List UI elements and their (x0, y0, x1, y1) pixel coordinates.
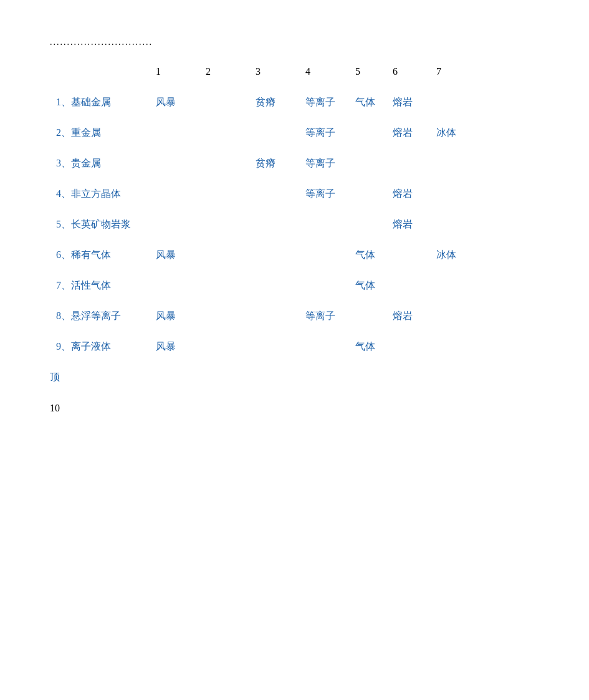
table-row: 7、活性气体 气体 (50, 279, 539, 292)
table-row: 3、贵金属 贫瘠 等离子 (50, 157, 539, 170)
row-label: 1、基础金属 (56, 96, 156, 109)
row-label: 3、贵金属 (56, 157, 156, 170)
header-row: 1 2 3 4 5 6 7 (50, 66, 539, 77)
row-col8: 冰体 (436, 249, 480, 262)
table-row: 5、长英矿物岩浆 熔岩 (50, 218, 539, 231)
col-7: 7 (436, 66, 480, 77)
col-2: 2 (206, 66, 256, 77)
col-3: 3 (256, 66, 305, 77)
row-col2: 风暴 (156, 249, 206, 262)
row-col2: 风暴 (156, 340, 206, 353)
col-5: 5 (355, 66, 393, 77)
row-label: 8、悬浮等离子 (56, 310, 156, 323)
row-col5: 等离子 (305, 157, 355, 170)
row-col5: 等离子 (305, 127, 355, 140)
footer-label: 顶 (50, 371, 539, 384)
row-col7: 熔岩 (393, 310, 436, 323)
row-label: 9、离子液体 (56, 340, 156, 353)
row-col4: 贫瘠 (256, 96, 305, 109)
row-col6: 气体 (355, 96, 393, 109)
row-label: 2、重金属 (56, 127, 156, 140)
table-row: 4、非立方晶体 等离子 熔岩 (50, 188, 539, 201)
col-1: 1 (156, 66, 206, 77)
dotted-line: .............................. (50, 37, 539, 47)
row-col6: 气体 (355, 340, 393, 353)
row-label: 5、长英矿物岩浆 (56, 218, 156, 231)
table-row: 1、基础金属 风暴 贫瘠 等离子 气体 熔岩 (50, 96, 539, 109)
row-col7: 熔岩 (393, 218, 436, 231)
table-row: 6、稀有气体 风暴 气体 冰体 (50, 249, 539, 262)
table-row: 2、重金属 等离子 熔岩 冰体 (50, 127, 539, 140)
row-col7: 熔岩 (393, 96, 436, 109)
col-4: 4 (305, 66, 355, 77)
row-label: 4、非立方晶体 (56, 188, 156, 201)
footer-num: 10 (50, 403, 539, 414)
row-col8: 冰体 (436, 127, 480, 140)
row-label: 6、稀有气体 (56, 249, 156, 262)
row-col6: 气体 (355, 249, 393, 262)
row-col7: 熔岩 (393, 127, 436, 140)
row-col5: 等离子 (305, 96, 355, 109)
row-col2: 风暴 (156, 310, 206, 323)
table-row: 9、离子液体 风暴 气体 (50, 340, 539, 353)
row-col4: 贫瘠 (256, 157, 305, 170)
col-6: 6 (393, 66, 436, 77)
row-col5: 等离子 (305, 188, 355, 201)
row-col6: 气体 (355, 279, 393, 292)
table-row: 8、悬浮等离子 风暴 等离子 熔岩 (50, 310, 539, 323)
row-col2: 风暴 (156, 96, 206, 109)
row-label: 7、活性气体 (56, 279, 156, 292)
row-col5: 等离子 (305, 310, 355, 323)
row-col7: 熔岩 (393, 188, 436, 201)
